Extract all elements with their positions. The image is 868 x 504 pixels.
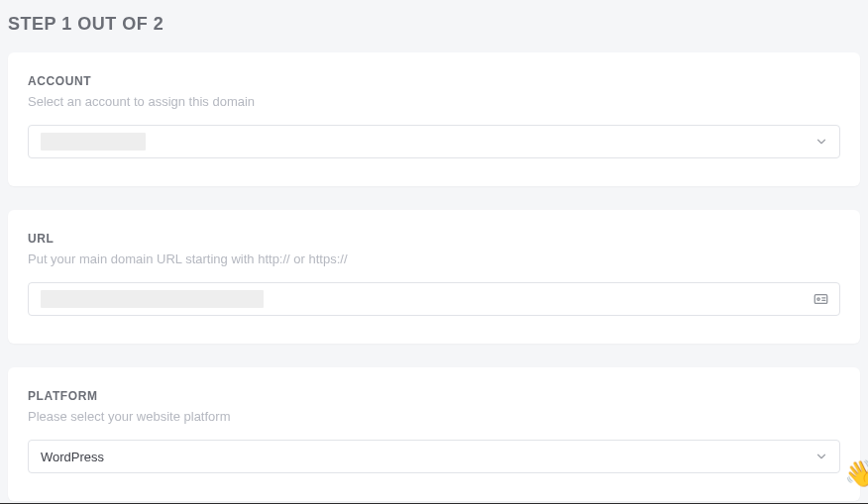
account-card: ACCOUNT Select an account to assign this…: [8, 52, 860, 186]
account-value-redacted: [41, 133, 146, 151]
url-sublabel: Put your main domain URL starting with h…: [28, 252, 840, 266]
platform-select-wrap: WordPress: [28, 440, 840, 473]
step-title: STEP 1 OUT OF 2: [8, 14, 860, 35]
url-value-redacted: [41, 290, 264, 308]
wave-icon: 👋: [844, 460, 868, 486]
url-card: URL Put your main domain URL starting wi…: [8, 210, 860, 344]
platform-select[interactable]: WordPress: [28, 440, 840, 473]
platform-sublabel: Please select your website platform: [28, 409, 840, 424]
platform-card: PLATFORM Please select your website plat…: [8, 367, 860, 501]
url-input-wrap: [28, 282, 840, 316]
account-select[interactable]: [28, 125, 840, 158]
account-label: ACCOUNT: [28, 74, 840, 88]
url-label: URL: [28, 232, 840, 246]
platform-value: WordPress: [41, 450, 104, 464]
url-input[interactable]: [28, 282, 840, 316]
account-sublabel: Select an account to assign this domain: [28, 94, 840, 109]
platform-label: PLATFORM: [28, 389, 840, 403]
account-select-wrap: [28, 125, 840, 158]
step-header: STEP 1 OUT OF 2: [0, 0, 868, 52]
